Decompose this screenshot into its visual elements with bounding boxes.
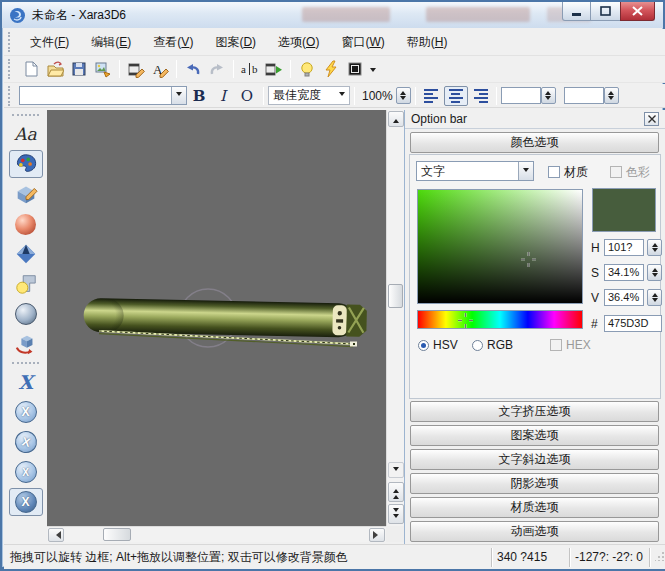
play-animation-button[interactable] <box>262 58 286 80</box>
leading-spinner[interactable] <box>604 87 619 104</box>
animation-options-button[interactable] <box>9 330 43 358</box>
horizontal-scrollbar[interactable] <box>47 526 386 542</box>
value-field[interactable]: 36.4% <box>604 289 644 306</box>
scroll-left-button[interactable] <box>48 528 64 542</box>
bold-button[interactable]: B <box>187 85 211 107</box>
maximize-button[interactable] <box>591 2 620 21</box>
export-image-button[interactable] <box>91 58 115 80</box>
preview-letter-button[interactable]: X <box>9 368 43 396</box>
zoom-in-page-button[interactable] <box>388 482 404 502</box>
hex-field[interactable]: 475D3D <box>604 315 662 332</box>
toolbar-grip[interactable] <box>12 114 39 116</box>
menu-options[interactable]: 选项(O) <box>267 30 330 55</box>
color-checkbox[interactable]: 色彩 <box>610 164 650 181</box>
saturation-value-picker[interactable] <box>417 189 583 304</box>
hsv-radio[interactable]: HSV <box>418 338 458 352</box>
menu-help[interactable]: 帮助(H) <box>396 30 459 55</box>
shadow-section-button[interactable]: 阴影选项 <box>410 473 659 494</box>
color-options-button[interactable] <box>9 150 43 178</box>
frame-color-dropdown[interactable] <box>367 58 379 80</box>
preview-rotate-1-button[interactable]: X <box>9 398 43 426</box>
scroll-up-button[interactable] <box>388 111 404 127</box>
tracking-field[interactable] <box>501 87 541 104</box>
align-center-button[interactable] <box>444 86 468 106</box>
close-button[interactable] <box>620 2 655 21</box>
minimize-icon <box>571 7 582 16</box>
minimize-button[interactable] <box>562 2 591 21</box>
design-section-button[interactable]: 图案选项 <box>410 425 659 446</box>
resize-grip[interactable] <box>649 548 665 567</box>
tracking-spinner[interactable] <box>541 87 556 104</box>
fit-mode-select[interactable]: 最佳宽度 <box>268 86 350 105</box>
menu-edit[interactable]: 编辑(E) <box>80 30 142 55</box>
color-target-select[interactable]: 文字 <box>416 161 534 181</box>
text-spacing-button[interactable]: ab <box>238 58 262 80</box>
hex-checkbox[interactable]: HEX <box>550 338 591 352</box>
saturation-field[interactable]: 34.1% <box>604 264 644 281</box>
separator <box>233 60 234 78</box>
lighting-button[interactable] <box>295 58 319 80</box>
bevel-options-button[interactable] <box>9 240 43 268</box>
menu-window[interactable]: 窗口(W) <box>330 30 395 55</box>
horizontal-scroll-thumb[interactable] <box>103 528 131 541</box>
toolbar-grip[interactable] <box>8 86 13 106</box>
frame-color-button[interactable] <box>343 58 367 80</box>
lighting-options-button[interactable] <box>9 270 43 298</box>
vertical-scroll-thumb[interactable] <box>388 284 403 308</box>
color-options-section-button[interactable]: 颜色选项 <box>410 132 659 153</box>
zoom-out-page-button[interactable] <box>388 504 404 524</box>
shadow-options-button[interactable] <box>9 210 43 238</box>
extrusion-options-button[interactable] <box>9 180 43 208</box>
font-select-arrow[interactable] <box>171 87 186 104</box>
leading-field[interactable] <box>564 87 604 104</box>
menu-view[interactable]: 查看(V) <box>142 30 204 55</box>
preview-rotate-4-button[interactable]: X <box>9 488 43 516</box>
arrow-right-icon <box>373 531 382 539</box>
value-spinner[interactable] <box>647 289 662 306</box>
align-right-button[interactable] <box>468 86 492 106</box>
color-target-arrow[interactable] <box>518 162 533 180</box>
zoom-spinner[interactable] <box>396 87 411 104</box>
saturation-spinner[interactable] <box>647 264 662 281</box>
menu-file[interactable]: 文件(F) <box>19 30 80 55</box>
radio-icon <box>418 340 429 351</box>
extrusion-section-button[interactable]: 文字挤压选项 <box>410 401 659 422</box>
save-button[interactable] <box>67 58 91 80</box>
animation-section-button[interactable]: 动画选项 <box>410 521 659 542</box>
render-button[interactable] <box>319 58 343 80</box>
italic-button[interactable]: I <box>211 85 235 107</box>
align-left-button[interactable] <box>420 86 444 106</box>
hue-field[interactable]: 101? <box>604 239 644 256</box>
toolbar-grip[interactable] <box>8 59 13 79</box>
open-file-button[interactable] <box>43 58 67 80</box>
new-document-button[interactable] <box>19 58 43 80</box>
vertical-scrollbar[interactable] <box>386 110 404 526</box>
scroll-down-button[interactable] <box>388 462 404 478</box>
texture-options-button[interactable] <box>9 300 43 328</box>
bevel-section-button[interactable]: 文字斜边选项 <box>410 449 659 470</box>
material-checkbox[interactable]: 材质 <box>548 164 588 181</box>
edit-animation-button[interactable] <box>124 58 148 80</box>
redo-button[interactable] <box>205 58 229 80</box>
fit-mode-arrow[interactable] <box>334 87 349 104</box>
3d-canvas[interactable] <box>47 110 386 526</box>
edit-text-button[interactable]: A <box>148 58 172 80</box>
hue-slider[interactable] <box>417 310 583 329</box>
preview-rotate-3-button[interactable]: X <box>9 458 43 486</box>
outline-button[interactable]: O <box>235 85 259 107</box>
texture-section-button[interactable]: 材质选项 <box>410 497 659 518</box>
menu-design[interactable]: 图案(D) <box>204 30 267 55</box>
option-bar-header[interactable]: Option bar <box>405 110 665 129</box>
hue-spinner[interactable] <box>647 239 662 256</box>
rgb-radio[interactable]: RGB <box>472 338 513 352</box>
preview-rotate-2-button[interactable]: X <box>9 428 43 456</box>
status-rotation: -127?: -2?: 0 <box>569 548 649 567</box>
toolbar-grip[interactable] <box>12 362 39 364</box>
rotate-x-icon: X <box>15 401 37 423</box>
menubar-grip[interactable] <box>8 32 13 52</box>
font-select[interactable] <box>19 86 187 105</box>
text-options-button[interactable]: Aa <box>9 120 43 148</box>
option-bar-close-button[interactable] <box>644 112 659 126</box>
scroll-right-button[interactable] <box>369 528 385 542</box>
undo-button[interactable] <box>181 58 205 80</box>
